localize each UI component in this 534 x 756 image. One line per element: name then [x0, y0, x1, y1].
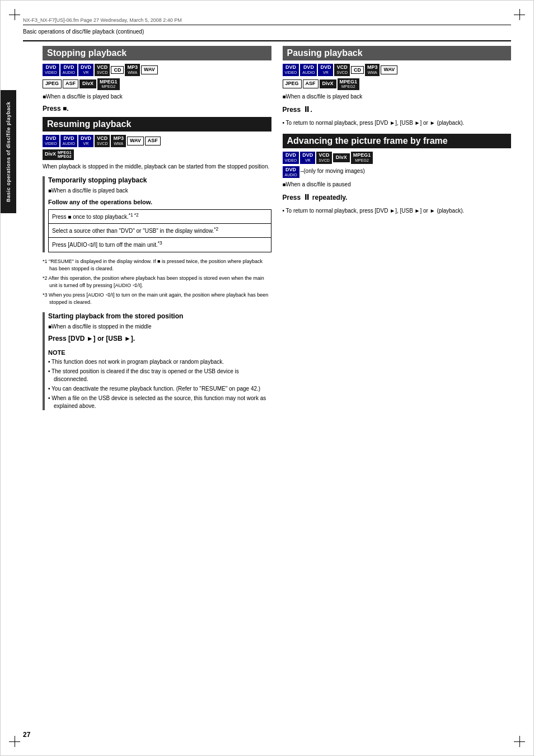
- badge-r-mp3-wma: MP3WMA: [111, 135, 126, 147]
- badge-p-jpeg: JPEG: [283, 79, 302, 88]
- pausing-bullet: • To return to normal playback, press [D…: [283, 119, 512, 127]
- pausing-section: Pausing playback DVDVIDEO DVDAUDIO DVDVR…: [283, 46, 512, 127]
- badge-p-mpeg1-2: MPEG1MPEG2: [338, 78, 360, 91]
- resuming-badge-row2: DivXMPEG1MPEG2: [43, 149, 271, 160]
- badge-a-dvd-audio: DVDAUDIO: [283, 166, 299, 179]
- note-3: You can deactivate the resume playback f…: [48, 385, 271, 393]
- advancing-press: Press ⏸ repeatedly.: [283, 191, 512, 203]
- stored-title: Starting playback from the stored positi…: [48, 312, 271, 320]
- badge-p-divx: DivX: [320, 79, 336, 88]
- badge-mpeg1-2: MPEG1MPEG2: [97, 78, 120, 91]
- page: NX-F3_NX-F7[US]-06.fm Page 27 Wednesday,…: [0, 0, 534, 756]
- resuming-desc: When playback is stopped in the middle, …: [43, 162, 271, 171]
- note-2: The stored position is cleared if the di…: [48, 368, 271, 383]
- badge-r-divx-mpeg: DivXMPEG1MPEG2: [43, 149, 74, 160]
- stored-press: Press [DVD ►] or [USB ►].: [48, 334, 271, 344]
- badge-p-dvd-vr: DVDVR: [318, 64, 333, 76]
- file-info: NX-F3_NX-F7[US]-06.fm Page 27 Wednesday,…: [23, 17, 511, 25]
- badge-p-cd: CD: [351, 66, 364, 74]
- footnote-2: *2 After this operation, the position wh…: [43, 275, 271, 290]
- badge-r-dvd-audio: DVDAUDIO: [60, 135, 77, 147]
- pausing-badge-row: DVDVIDEO DVDAUDIO DVDVR VCDSVCD CD MP3WM…: [283, 64, 512, 76]
- resuming-badge-row: DVDVIDEO DVDAUDIO DVDVR VCDSVCD MP3WMA W…: [43, 135, 271, 147]
- op-row-3: Press [AUDIO⏿/I] to turn off the main un…: [49, 238, 271, 251]
- badge-mp3-wma: MP3WMA: [125, 64, 140, 76]
- temp-stop-section: Temporarily stopping playback ■When a di…: [43, 176, 271, 252]
- resuming-section: Resuming playback DVDVIDEO DVDAUDIO DVDV…: [43, 117, 271, 410]
- badge-wav: WAV: [141, 65, 158, 74]
- badge-cd: CD: [111, 66, 124, 74]
- top-divider: [23, 40, 511, 41]
- badge-a-mpeg1-2: MPEG1MPEG2: [351, 152, 373, 164]
- note-section: NOTE This function does not work in prog…: [48, 349, 271, 410]
- stopping-press: Press ■.: [43, 104, 271, 114]
- resuming-header: Resuming playback: [43, 117, 271, 132]
- note-title: NOTE: [48, 349, 271, 356]
- left-column: Stopping playback DVDVIDEO DVDAUDIO DVDV…: [43, 46, 271, 414]
- badge-r-dvd-vr: DVDVR: [78, 135, 93, 147]
- badge-p-dvd-audio: DVDAUDIO: [300, 64, 317, 76]
- badge-a-divx: DivX: [333, 153, 350, 162]
- badge-a-vcd-svcd: VCDSVCD: [316, 152, 331, 164]
- footnotes: *1 "RESUME" is displayed in the display …: [43, 258, 271, 307]
- crosshair-tl: [9, 9, 20, 20]
- pausing-header: Pausing playback: [283, 46, 512, 60]
- stopping-badge-row: DVDVIDEO DVDAUDIO DVDVR VCDSVCD CD MP3WM…: [43, 64, 271, 76]
- badge-p-vcd-svcd: VCDSVCD: [334, 64, 349, 76]
- badge-p-dvd-video: DVDVIDEO: [283, 64, 299, 76]
- badge-r-vcd-svcd: VCDSVCD: [95, 135, 110, 147]
- page-title: Basic operations of disc/file playback (…: [23, 29, 511, 35]
- advancing-header: Advancing the picture frame by frame: [283, 134, 512, 148]
- badge-a-dvd-video: DVDVIDEO: [283, 152, 299, 164]
- ops-table: Press ■ once to stop playback.*1 *2 Sele…: [48, 209, 271, 252]
- pausing-press: Press ⏸.: [283, 104, 512, 115]
- advancing-badge-row2: DVDAUDIO –(only for moving images): [283, 166, 512, 179]
- badge-dvd-video: DVDVIDEO: [43, 64, 59, 76]
- crosshair-bl: [9, 736, 20, 747]
- badge-divx: DivX: [79, 79, 96, 88]
- badge-jpeg: JPEG: [43, 79, 62, 88]
- advancing-section: Advancing the picture frame by frame DVD…: [283, 134, 512, 215]
- stored-section: Starting playback from the stored positi…: [43, 312, 271, 410]
- follow-ops: Follow any of the operations below.: [48, 198, 271, 207]
- badge-dvd-vr: DVDVR: [78, 64, 93, 76]
- footnote-3: *3 When you press [AUDIO ⏿/I] to turn on…: [43, 292, 271, 307]
- advancing-badge-row: DVDVIDEO DVDVR VCDSVCD DivX MPEG1MPEG2: [283, 152, 512, 164]
- badge-p-wav: WAV: [381, 65, 397, 74]
- pausing-when: ■When a disc/file is played back: [283, 92, 512, 101]
- temp-stop-title: Temporarily stopping playback: [48, 176, 271, 184]
- stopping-badge-row2: JPEG ASF DivX MPEG1MPEG2: [43, 78, 271, 91]
- note-4: When a file on the USB device is selecte…: [48, 395, 271, 410]
- stopping-when: ■When a disc/file is played back: [43, 92, 271, 101]
- pausing-badge-row2: JPEG ASF DivX MPEG1MPEG2: [283, 78, 512, 91]
- right-column: Pausing playback DVDVIDEO DVDAUDIO DVDVR…: [283, 46, 512, 414]
- stopping-header: Stopping playback: [43, 46, 271, 60]
- stored-when: ■When a disc/file is stopped in the midd…: [48, 322, 271, 331]
- badge-a-dvd-vr: DVDVR: [300, 152, 315, 164]
- temp-stop-when: ■When a disc/file is played back: [48, 186, 271, 195]
- badge-p-asf: ASF: [303, 79, 318, 88]
- badge-vcd-svcd: VCDSVCD: [95, 64, 110, 76]
- note-1: This function does not work in program p…: [48, 358, 271, 366]
- badge-dvd-audio: DVDAUDIO: [60, 64, 77, 76]
- side-label: Basic operations of disc/file playback: [1, 90, 16, 213]
- footnote-1: *1 "RESUME" is displayed in the display …: [43, 258, 271, 273]
- badge-asf: ASF: [63, 79, 78, 88]
- main-content: Stopping playback DVDVIDEO DVDAUDIO DVDV…: [43, 46, 511, 414]
- advancing-bullet: • To return to normal playback, press [D…: [283, 206, 512, 215]
- badge-r-wav: WAV: [127, 137, 144, 145]
- crosshair-br: [514, 736, 525, 747]
- op-row-1: Press ■ once to stop playback.*1 *2: [49, 210, 271, 224]
- stopping-section: Stopping playback DVDVIDEO DVDAUDIO DVDV…: [43, 46, 271, 114]
- only-moving-text: –(only for moving images): [301, 168, 365, 174]
- badge-r-asf: ASF: [145, 137, 161, 145]
- page-number: 27: [23, 731, 30, 739]
- badge-p-mp3-wma: MP3WMA: [365, 64, 380, 76]
- advancing-when: ■When a disc/file is paused: [283, 180, 512, 189]
- crosshair-tr: [514, 9, 525, 20]
- op-row-2: Select a source other than "DVD" or "USB…: [49, 224, 271, 238]
- badge-r-dvd-video: DVDVIDEO: [43, 135, 59, 147]
